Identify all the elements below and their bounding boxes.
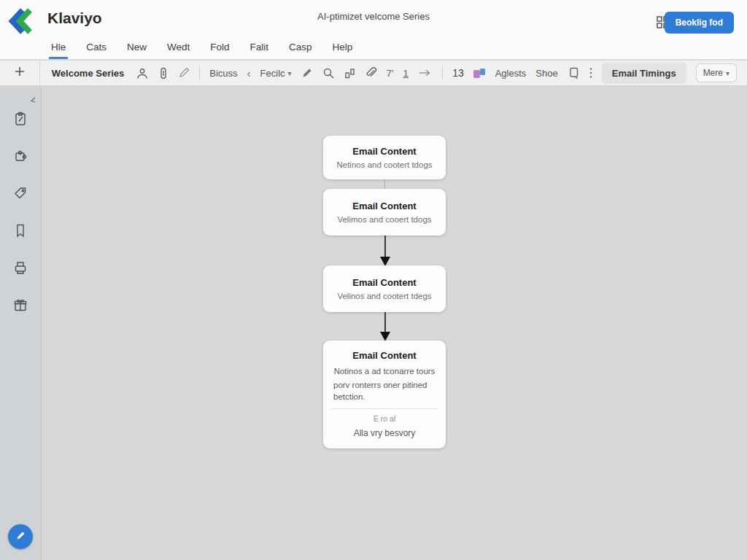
menu-item-casp[interactable]: Casp [287, 42, 314, 59]
menu-item-falit[interactable]: Falit [248, 42, 271, 59]
gift-icon[interactable] [12, 297, 28, 313]
menu-item-help[interactable]: Help [330, 42, 355, 59]
swatch-purple [473, 70, 480, 78]
toolbar: Welcome Series Bicuss ‹ Fecilc [0, 61, 747, 86]
card-title: Email Content [323, 277, 446, 288]
flow-arrow-down [379, 236, 391, 266]
header: Klaviyo AI-ptimizet velcome Series Beokl… [0, 0, 747, 60]
underline-icon[interactable]: 1 [403, 68, 409, 79]
collapse-sidebar-icon[interactable] [29, 93, 36, 106]
person-icon[interactable] [136, 67, 149, 79]
sidebar-icon-rail [0, 111, 41, 313]
caret-down-icon: ▾ [288, 69, 292, 77]
menu-bar: Hle Cats New Wedt Fold Falit Casp Help [49, 42, 355, 59]
flow-name-label: Welcome Series [52, 68, 124, 79]
flow-arrow-down [379, 312, 391, 341]
bookmark-icon[interactable] [12, 222, 28, 238]
flow-card-email-4[interactable]: Email Content Notinos a ad tconarre tour… [323, 341, 446, 448]
card-divider [331, 408, 438, 409]
discuss-button[interactable]: Bicuss [209, 68, 237, 79]
card-subtitle: Velimos and cooert tdogs [323, 215, 446, 224]
flow-card-email-3[interactable]: Email Content Velinos and cootert tdegs [323, 265, 446, 312]
card-footer-label: E ro al [323, 414, 446, 423]
menu-item-file[interactable]: Hle [49, 42, 68, 59]
card-footer-value: Alla vry besvory [323, 428, 446, 438]
toolbar-main: Welcome Series Bicuss ‹ Fecilc [40, 61, 747, 85]
sidebar [0, 87, 42, 560]
chart-icon[interactable] [344, 67, 355, 79]
swatch-blue [480, 69, 485, 75]
klaviyo-flow-editor: Klaviyo AI-ptimizet velcome Series Beokl… [0, 0, 747, 560]
menu-item-new[interactable]: New [125, 42, 149, 59]
document-title: AI-ptimizet velcome Series [0, 11, 747, 22]
more-button[interactable]: Mere ▾ [696, 63, 737, 82]
compose-fab-button[interactable] [8, 524, 33, 549]
clipboard-icon[interactable] [12, 111, 28, 127]
kebab-menu-icon[interactable] [589, 67, 592, 79]
body: Email Content Netinos and cootert tdogs … [0, 87, 747, 560]
primary-action-button[interactable]: Beoklig fod [665, 12, 734, 34]
plus-icon [14, 66, 26, 80]
card-title: Email Content [323, 146, 446, 157]
printer-icon[interactable] [12, 260, 28, 276]
text-style-icon[interactable]: 7′ [387, 68, 394, 79]
more-button-label: Mere [703, 68, 723, 78]
flow-card-email-2[interactable]: Email Content Velimos and cooert tdogs [323, 189, 446, 236]
pencil-icon[interactable] [178, 67, 190, 79]
flow-canvas[interactable]: Email Content Netinos and cootert tdogs … [42, 87, 747, 560]
toolbar-divider [199, 66, 200, 79]
edit-pencil-icon [15, 530, 26, 544]
color-swatch-icon[interactable] [473, 68, 486, 79]
caret-down-icon: ▾ [726, 69, 729, 77]
flow-card-email-1[interactable]: Email Content Netinos and cootert tdogs [323, 136, 446, 179]
field-dropdown[interactable]: Fecilc ▾ [260, 68, 292, 79]
menu-item-fold[interactable]: Fold [208, 42, 231, 59]
agents-button[interactable]: Aglests [495, 68, 527, 79]
arrow-right-icon[interactable] [418, 69, 433, 77]
bookmark-page-icon[interactable] [568, 66, 580, 79]
toolbar-divider [442, 66, 443, 79]
connector-line [384, 179, 385, 189]
paperclip-icon[interactable] [365, 67, 377, 79]
attachment-pill-icon[interactable] [158, 67, 169, 79]
card-subtitle: Velinos and cootert tdegs [323, 292, 446, 300]
field-dropdown-label: Fecilc [260, 68, 285, 79]
menu-item-cats[interactable]: Cats [84, 42, 109, 59]
menu-item-wedt[interactable]: Wedt [165, 42, 192, 59]
card-subtitle: Netinos and cootert tdogs [323, 160, 446, 169]
puzzle-icon[interactable] [12, 148, 28, 164]
card-body-line: Notinos a ad tconarre tours [323, 367, 446, 376]
pen-icon[interactable] [301, 67, 313, 79]
card-title: Email Content [323, 201, 446, 211]
show-button[interactable]: Shoe [535, 68, 557, 79]
email-timings-button[interactable]: Email Timings [602, 63, 686, 84]
card-body-line: porv ronterrs oner pitined betction. [323, 380, 446, 402]
chevron-left-icon[interactable]: ‹ [247, 67, 251, 79]
search-icon[interactable] [322, 67, 335, 79]
count-badge: 13 [452, 67, 464, 79]
add-node-button[interactable] [0, 61, 40, 85]
tag-icon[interactable] [12, 185, 28, 201]
toolbar-right: Shoe Email Timings Mere ▾ [535, 63, 737, 84]
card-title: Email Content [323, 350, 446, 361]
